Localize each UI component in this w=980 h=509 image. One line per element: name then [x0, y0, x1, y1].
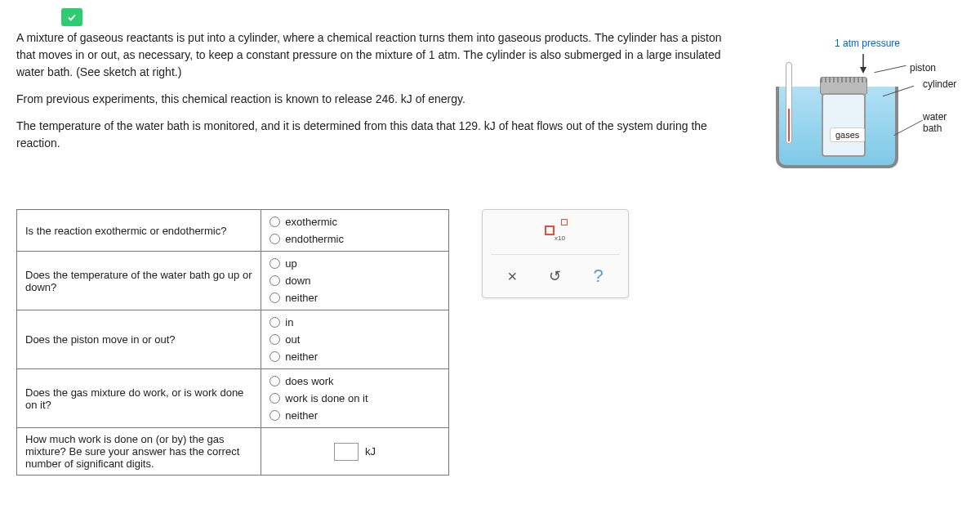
piston-label: piston: [910, 62, 936, 74]
table-row: Does the temperature of the water bath g…: [17, 252, 449, 310]
radio-option-neither[interactable]: neither: [270, 289, 440, 306]
question-prompt-3: Does the piston move in or out?: [17, 310, 261, 369]
controls-panel: x10 × ↺ ?: [482, 209, 629, 298]
radio-label: out: [285, 333, 300, 346]
radio-option-in[interactable]: in: [270, 314, 440, 331]
problem-text: A mixture of gaseous reactants is put in…: [16, 29, 735, 162]
radio-label: exothermic: [285, 216, 337, 228]
table-row: Does the gas mixture do work, or is work…: [17, 369, 449, 428]
radio-label: in: [285, 316, 293, 328]
question-prompt-5: How much work is done on (or by) the gas…: [17, 428, 261, 476]
question-prompt-1: Is the reaction exothermic or endothermi…: [17, 210, 261, 252]
controls-row-bottom: × ↺ ?: [491, 254, 620, 289]
radio-option-neither[interactable]: neither: [270, 407, 440, 424]
pressure-label: 1 atm pressure: [835, 38, 900, 49]
answer-cell-5: kJ: [261, 428, 449, 476]
question-prompt-4: Does the gas mixture do work, or is work…: [17, 369, 261, 428]
controls-row-top: x10: [491, 218, 620, 244]
piston-shape: [820, 77, 867, 95]
radio-option-work-done-on-it[interactable]: work is done on it: [270, 390, 440, 407]
table-row: Does the piston move in or out? in out n…: [17, 310, 449, 369]
problem-paragraph-2: From previous experiments, this chemical…: [16, 91, 735, 108]
question-prompt-2: Does the temperature of the water bath g…: [17, 252, 261, 310]
thermometer-shape: [786, 62, 792, 144]
completed-checkmark: [61, 8, 82, 26]
water-bath-label: water bath: [923, 111, 964, 134]
cylinder-label: cylinder: [923, 78, 956, 90]
radio-input[interactable]: [270, 258, 280, 269]
radio-label: up: [285, 257, 296, 270]
answer-cell-1: exothermic endothermic: [261, 210, 449, 252]
callout-line: [874, 65, 906, 73]
reset-button[interactable]: ↺: [541, 263, 570, 289]
apparatus-diagram: 1 atm pressure piston cylinder water bat…: [751, 29, 964, 176]
radio-input[interactable]: [270, 275, 280, 286]
work-value-input[interactable]: [334, 443, 359, 461]
radio-input[interactable]: [270, 334, 280, 345]
table-row: Is the reaction exothermic or endothermi…: [17, 210, 449, 252]
arrow-down-icon: [858, 54, 869, 76]
gases-label: gases: [830, 127, 865, 142]
radio-option-endothermic[interactable]: endothermic: [270, 230, 440, 248]
question-table: Is the reaction exothermic or endothermi…: [16, 209, 449, 476]
radio-input[interactable]: [270, 217, 280, 227]
radio-label: work is done on it: [285, 392, 368, 404]
radio-option-down[interactable]: down: [270, 272, 440, 289]
problem-paragraph-1: A mixture of gaseous reactants is put in…: [16, 29, 735, 81]
clear-button[interactable]: ×: [497, 263, 527, 289]
scientific-notation-button[interactable]: x10: [541, 218, 570, 244]
x-icon: ×: [507, 267, 517, 286]
radio-label: neither: [285, 292, 318, 304]
cylinder-shape: [822, 93, 866, 157]
answer-cell-2: up down neither: [261, 252, 449, 310]
radio-option-out[interactable]: out: [270, 331, 440, 348]
radio-label: down: [285, 275, 310, 287]
reset-icon: ↺: [549, 267, 561, 285]
radio-option-exothermic[interactable]: exothermic: [270, 213, 440, 230]
scientific-notation-icon: x10: [543, 221, 568, 242]
answer-cell-4: does work work is done on it neither: [261, 369, 449, 428]
radio-label: neither: [285, 350, 318, 363]
radio-option-neither[interactable]: neither: [270, 348, 440, 365]
radio-label: neither: [285, 409, 318, 422]
table-row: How much work is done on (or by) the gas…: [17, 428, 449, 476]
question-icon: ?: [594, 266, 604, 287]
radio-label: does work: [285, 375, 333, 387]
radio-input[interactable]: [270, 351, 280, 362]
radio-option-does-work[interactable]: does work: [270, 373, 440, 390]
radio-input[interactable]: [270, 292, 280, 303]
help-button[interactable]: ?: [584, 263, 613, 289]
problem-paragraph-3: The temperature of the water bath is mon…: [16, 118, 735, 152]
unit-label: kJ: [365, 445, 376, 458]
radio-input[interactable]: [270, 393, 280, 404]
radio-label: endothermic: [285, 233, 344, 245]
content-wrapper: A mixture of gaseous reactants is put in…: [16, 29, 964, 176]
answer-cell-3: in out neither: [261, 310, 449, 369]
radio-option-up[interactable]: up: [270, 255, 440, 272]
radio-input[interactable]: [270, 317, 280, 328]
radio-input[interactable]: [270, 234, 280, 244]
radio-input[interactable]: [270, 376, 280, 386]
questions-area: Is the reaction exothermic or endothermi…: [16, 209, 964, 476]
radio-input[interactable]: [270, 410, 280, 421]
svg-marker-1: [860, 67, 866, 74]
